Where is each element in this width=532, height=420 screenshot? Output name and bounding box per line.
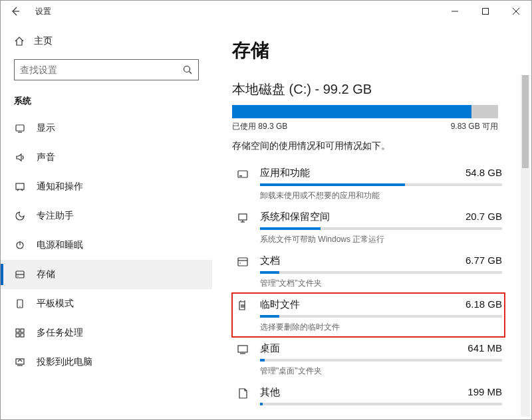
scrollbar-thumb[interactable] [522,75,529,168]
category-size: 54.8 GB [466,167,502,179]
category-label: 系统和保留空间 [260,211,330,223]
svg-line-5 [190,72,192,74]
category-desc: 管理"桌面"文件夹 [260,366,502,377]
disk-usage-bar [232,105,498,118]
category-icon [235,386,251,409]
app-title: 设置 [35,6,51,17]
search-input[interactable] [20,64,182,75]
category-icon [235,211,251,245]
nav-item-0[interactable]: 显示 [1,114,212,143]
search-box[interactable] [14,59,199,80]
category-label: 临时文件 [260,298,300,311]
nav-label: 专注助手 [37,210,74,222]
nav-item-3[interactable]: 专注助手 [1,201,212,231]
nav-icon [14,298,26,309]
nav-icon [14,269,26,280]
category-label: 其他 [260,386,280,399]
category-desc: 选择要删除的临时文件 [260,322,502,333]
minimize-button[interactable] [440,1,470,22]
svg-point-4 [184,66,190,72]
nav-label: 电源和睡眠 [37,239,83,251]
svg-point-13 [17,276,18,276]
home-icon [14,36,25,47]
nav-item-2[interactable]: 通知和操作 [1,172,212,201]
search-icon [182,64,193,75]
nav-label: 平板模式 [37,298,74,310]
main-panel: 存储 本地磁盘 (C:) - 99.2 GB 已使用 89.3 GB 9.83 … [212,22,531,419]
home-link[interactable]: 主页 [1,30,212,52]
home-label: 主页 [34,35,53,47]
nav-item-4[interactable]: 电源和睡眠 [1,231,212,260]
nav-item-7[interactable]: 多任务处理 [1,318,212,348]
svg-rect-24 [239,214,247,220]
nav-label: 投影到此电脑 [37,356,92,368]
disk-title: 本地磁盘 (C:) - 99.2 GB [232,80,525,98]
svg-rect-6 [16,125,24,131]
nav-label: 显示 [37,122,55,134]
category-icon [235,342,251,377]
nav-icon [14,240,26,251]
category-icon [235,255,251,289]
nav-icon [14,357,26,368]
svg-rect-16 [16,329,19,332]
svg-rect-1 [483,9,489,15]
category-label: 桌面 [260,342,280,355]
page-heading: 存储 [232,38,525,63]
svg-rect-19 [21,334,24,337]
svg-point-29 [239,262,241,264]
disk-desc: 存储空间的使用情况和可用情况如下。 [232,140,525,152]
maximize-button[interactable] [470,1,501,22]
category-size: 199 MB [467,386,502,399]
nav-icon [14,211,26,221]
category-bar [260,359,502,362]
nav-item-8[interactable]: 投影到此电脑 [1,348,212,377]
storage-category[interactable]: 桌面641 MB管理"桌面"文件夹 [232,337,505,381]
svg-rect-8 [16,183,24,189]
category-bar [260,315,502,318]
disk-free-label: 9.83 GB 可用 [451,121,498,132]
section-label: 系统 [1,90,212,114]
category-icon [235,167,251,201]
category-size: 20.7 GB [466,211,502,223]
category-size: 6.18 GB [466,298,502,311]
svg-rect-23 [239,175,242,177]
nav-item-5[interactable]: 存储 [1,260,212,289]
nav-icon [14,123,26,134]
category-bar [260,403,502,405]
category-desc: 管理"文档"文件夹 [260,278,502,289]
category-bar [260,227,502,230]
nav-icon [14,328,26,338]
category-bar [260,271,502,274]
storage-category[interactable]: 系统和保留空间20.7 GB系统文件可帮助 Windows 正常运行 [232,205,505,249]
nav-icon [14,181,26,192]
category-size: 641 MB [467,342,502,355]
svg-rect-27 [238,258,247,266]
nav-label: 通知和操作 [37,181,83,193]
category-size: 6.77 GB [466,255,502,267]
category-label: 文档 [260,255,280,267]
nav-item-1[interactable]: 声音 [1,143,212,172]
back-button[interactable] [1,1,30,22]
storage-category[interactable]: 文档6.77 GB管理"文档"文件夹 [232,249,505,293]
storage-category[interactable]: 临时文件6.18 GB选择要删除的临时文件 [232,293,505,337]
category-label: 应用和功能 [260,167,310,179]
nav-label: 多任务处理 [37,327,83,339]
titlebar: 设置 [1,1,531,22]
storage-category[interactable]: 应用和功能54.8 GB卸载未使用或不想要的应用和功能 [232,161,505,205]
storage-category[interactable]: 其他199 MB [232,381,505,413]
disk-sub: 已使用 89.3 GB 9.83 GB 可用 [232,121,498,132]
svg-rect-17 [21,329,24,332]
disk-used-label: 已使用 89.3 GB [232,121,287,132]
nav-icon [14,152,26,163]
category-icon [235,298,251,333]
nav-item-6[interactable]: 平板模式 [1,289,212,318]
svg-rect-33 [238,346,247,352]
category-desc: 系统文件可帮助 Windows 正常运行 [260,234,502,245]
svg-rect-18 [16,334,19,337]
sidebar: 主页 系统 显示声音通知和操作专注助手电源和睡眠存储平板模式多任务处理投影到此电… [1,22,212,419]
nav-label: 声音 [37,152,55,163]
svg-point-15 [19,306,20,306]
scrollbar[interactable] [521,75,530,417]
close-button[interactable] [501,1,531,22]
category-desc: 卸载未使用或不想要的应用和功能 [260,190,502,201]
